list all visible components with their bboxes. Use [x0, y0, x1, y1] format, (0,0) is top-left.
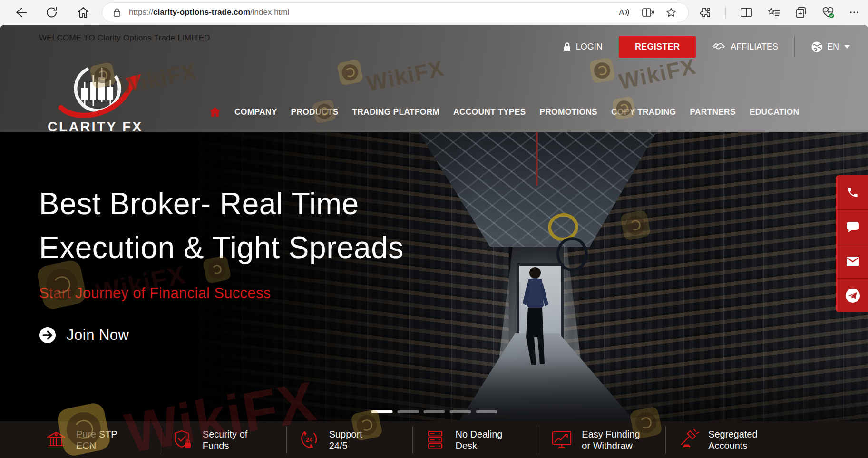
slide-indicator-4[interactable] — [449, 410, 471, 413]
settings-menu-icon[interactable] — [849, 7, 859, 18]
carousel-indicators — [371, 410, 497, 413]
funding-chart-icon — [551, 429, 573, 451]
favorite-star-icon[interactable] — [665, 7, 677, 18]
hero-slider: Best Broker- Real TimeExecution & Tight … — [0, 132, 868, 421]
split-screen-icon[interactable] — [740, 7, 753, 18]
nav-item-partners[interactable]: PARTNERS — [690, 107, 736, 117]
email-contact-button[interactable] — [838, 244, 868, 278]
language-label: EN — [827, 42, 839, 52]
phone-icon — [847, 186, 859, 199]
support-24-icon: 24 — [298, 429, 320, 451]
telegram-contact-button[interactable] — [838, 278, 868, 312]
web-page: WELCOME TO Clarity Options Trade LIMITED… — [0, 25, 868, 458]
contact-rail — [836, 175, 868, 312]
slide-indicator-2[interactable] — [397, 410, 419, 413]
site-header: WELCOME TO Clarity Options Trade LIMITED… — [0, 25, 868, 132]
affiliates-label: AFFILIATES — [731, 42, 778, 52]
slide-indicator-5[interactable] — [476, 410, 497, 413]
lock-icon — [563, 42, 572, 52]
toolbar-divider — [725, 6, 726, 19]
logo[interactable]: CLARITY FX — [48, 62, 147, 139]
affiliates-link[interactable]: AFFILIATES — [712, 41, 778, 52]
svg-text:24: 24 — [305, 436, 312, 443]
feature-easy-funding: Easy Fundingor Withdraw — [539, 426, 665, 454]
screen: https://clarity-options-trade.com/index.… — [0, 0, 868, 458]
favorites-icon[interactable] — [767, 7, 780, 18]
nav-item-products[interactable]: PRODUCTS — [291, 107, 339, 117]
feature-label: Segregated — [708, 428, 757, 440]
feature-label: Easy Funding — [582, 428, 640, 440]
feature-security-of-funds: Security ofFunds — [160, 426, 286, 454]
nav-item-promotions[interactable]: PROMOTIONS — [539, 107, 597, 117]
feature-label: 24/5 — [329, 440, 362, 451]
feature-segregated-accounts: SegregatedAccounts — [665, 426, 792, 454]
url-text: https://clarity-options-trade.com/index.… — [129, 8, 618, 17]
nav-item-education[interactable]: EDUCATION — [750, 107, 800, 117]
collections-icon[interactable] — [795, 6, 807, 19]
login-link[interactable]: LOGIN — [563, 42, 603, 52]
welcome-text: WELCOME TO Clarity Options Trade LIMITED — [39, 33, 210, 43]
register-button[interactable]: REGISTER — [619, 36, 696, 58]
feature-label: Desk — [455, 440, 502, 451]
feature-label: or Withdraw — [582, 440, 640, 451]
account-row: LOGIN REGISTER AFFILIATES EN — [563, 35, 850, 58]
extensions-icon[interactable] — [699, 6, 711, 19]
slide-indicator-1[interactable] — [371, 410, 392, 413]
globe-icon — [811, 41, 823, 53]
join-now-button[interactable]: Join Now — [39, 327, 404, 344]
email-icon — [846, 256, 859, 267]
browser-essentials-icon[interactable] — [821, 6, 835, 19]
browser-refresh-icon[interactable] — [44, 4, 60, 20]
browser-toolbar: https://clarity-options-trade.com/index.… — [0, 0, 868, 25]
hero-subtitle: Start Journey of Financial Success — [39, 285, 404, 302]
site-permissions-lock-icon[interactable] — [113, 8, 121, 17]
language-selector[interactable]: EN — [811, 41, 850, 53]
nav-item-trading-platform[interactable]: TRADING PLATFORM — [352, 107, 439, 117]
phone-contact-button[interactable] — [838, 175, 868, 209]
hero-copy: Best Broker- Real TimeExecution & Tight … — [39, 182, 404, 344]
chevron-down-icon — [844, 45, 850, 49]
feature-no-dealing-desk: No DealingDesk — [412, 426, 539, 454]
feature-label: Support — [329, 428, 362, 440]
logo-mark — [48, 62, 147, 118]
feature-label: Funds — [203, 440, 247, 451]
browser-home-icon[interactable] — [75, 4, 91, 20]
telegram-icon — [845, 288, 860, 303]
hero-title-line1: Best Broker- Real Time — [39, 187, 359, 221]
nav-home[interactable] — [209, 107, 221, 117]
svg-text:A: A — [619, 8, 624, 17]
feature-label: Security of — [203, 428, 247, 440]
handshake-icon — [712, 41, 726, 52]
login-label: LOGIN — [576, 42, 603, 52]
nav-item-company[interactable]: COMPANY — [234, 107, 277, 117]
home-icon — [209, 107, 221, 117]
url-host: clarity-options-trade.com — [153, 8, 250, 17]
feature-pure-stp-ecn: Pure STPECN — [45, 426, 160, 454]
immersive-reader-icon[interactable] — [642, 7, 654, 18]
url-scheme: https:// — [129, 8, 153, 17]
join-now-label: Join Now — [67, 327, 129, 344]
server-rows-icon — [424, 429, 446, 451]
slide-indicator-3[interactable] — [423, 410, 445, 413]
feature-label: Accounts — [708, 440, 757, 451]
chat-icon — [846, 221, 859, 233]
feature-label: No Dealing — [455, 428, 502, 440]
feature-label: Pure STP — [76, 428, 117, 440]
features-bar: Pure STPECN Security ofFunds 24 Support2… — [0, 421, 868, 458]
arrow-circle-icon — [39, 327, 56, 344]
url-path: /index.html — [250, 8, 289, 17]
read-aloud-icon[interactable]: A — [618, 7, 630, 18]
header-divider — [794, 36, 795, 57]
shield-check-icon — [172, 429, 194, 451]
hero-title-line2: Execution & Tight Spreads — [39, 230, 404, 265]
hero-title: Best Broker- Real TimeExecution & Tight … — [39, 182, 404, 269]
browser-back-icon[interactable] — [12, 4, 29, 20]
gavel-icon — [677, 429, 699, 451]
chat-contact-button[interactable] — [838, 209, 868, 244]
bank-icon — [45, 429, 67, 451]
nav-item-account-types[interactable]: ACCOUNT TYPES — [453, 107, 526, 117]
nav-item-copy-trading[interactable]: COPY TRADING — [611, 107, 676, 117]
address-bar[interactable]: https://clarity-options-trade.com/index.… — [102, 3, 688, 22]
feature-support-24-5: 24 Support24/5 — [286, 426, 413, 454]
main-nav: COMPANY PRODUCTS TRADING PLATFORM ACCOUN… — [209, 107, 799, 117]
